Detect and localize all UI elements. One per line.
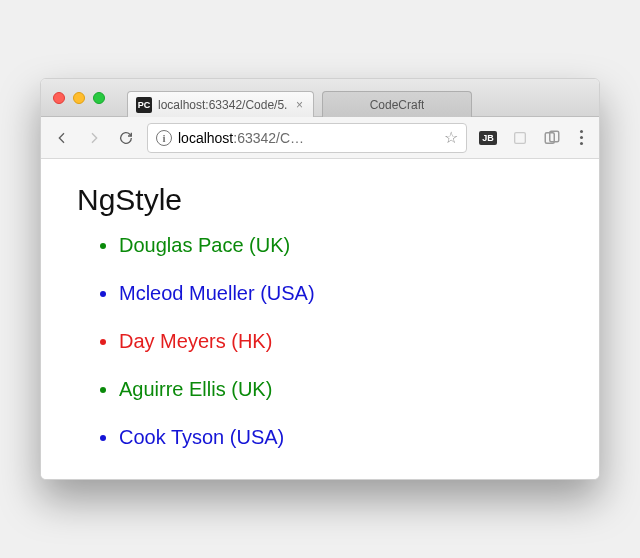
extension-placeholder-icon[interactable]	[509, 127, 531, 149]
url-text: localhost:63342/C…	[178, 130, 438, 146]
reload-button[interactable]	[115, 127, 137, 149]
svg-rect-0	[515, 132, 526, 143]
list-item: Day Meyers (HK)	[119, 329, 563, 353]
jetbrains-extension-icon[interactable]: JB	[477, 127, 499, 149]
livereload-extension-icon[interactable]	[541, 127, 563, 149]
close-window-button[interactable]	[53, 92, 65, 104]
list-item: Cook Tyson (USA)	[119, 425, 563, 449]
tab-title: localhost:63342/Code/5.bu	[158, 98, 288, 112]
list-item: Mcleod Mueller (USA)	[119, 281, 563, 305]
people-list: Douglas Pace (UK)Mcleod Mueller (USA)Day…	[77, 233, 563, 449]
list-item: Aguirre Ellis (UK)	[119, 377, 563, 401]
browser-window: PC localhost:63342/Code/5.bu × CodeCraft…	[40, 78, 600, 480]
bookmark-star-icon[interactable]: ☆	[444, 128, 458, 147]
titlebar: PC localhost:63342/Code/5.bu × CodeCraft	[41, 79, 599, 117]
browser-toolbar: i localhost:63342/C… ☆ JB	[41, 117, 599, 159]
pycharm-favicon-icon: PC	[136, 97, 152, 113]
browser-tab-active[interactable]: PC localhost:63342/Code/5.bu ×	[127, 91, 314, 117]
page-content: NgStyle Douglas Pace (UK)Mcleod Mueller …	[41, 159, 599, 479]
address-bar[interactable]: i localhost:63342/C… ☆	[147, 123, 467, 153]
page-heading: NgStyle	[77, 183, 563, 217]
back-button[interactable]	[51, 127, 73, 149]
tab-title: CodeCraft	[370, 98, 425, 112]
site-info-icon[interactable]: i	[156, 130, 172, 146]
close-tab-icon[interactable]: ×	[294, 99, 305, 111]
maximize-window-button[interactable]	[93, 92, 105, 104]
browser-menu-button[interactable]	[573, 130, 589, 145]
list-item: Douglas Pace (UK)	[119, 233, 563, 257]
browser-tab-background[interactable]: CodeCraft	[322, 91, 472, 117]
forward-button[interactable]	[83, 127, 105, 149]
traffic-lights	[53, 92, 105, 104]
minimize-window-button[interactable]	[73, 92, 85, 104]
